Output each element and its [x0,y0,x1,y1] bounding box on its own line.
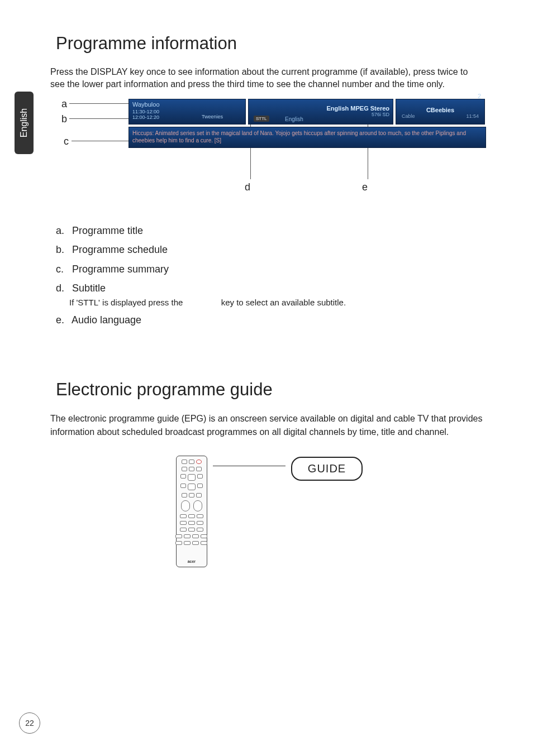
callout-line [213,466,285,466]
osd-summary-bar: Hiccups: Animated series set in the magi… [129,127,486,148]
osd-programme-title: Waybuloo [132,101,242,108]
remote-brand: acer [188,559,196,563]
epg-intro: The electronic programme guide (EPG) is … [50,412,483,439]
section-heading-epg: Electronic programme guide [56,380,483,400]
osd-time-now: 12:00-12:20 [132,114,242,120]
list-subnote: If 'STTL' is displayed press the key to … [69,295,483,310]
list-marker: c. [56,260,69,278]
list-subnote-before: If 'STTL' is displayed press the [69,298,183,307]
osd-time-prev: 11:30-12:00 [132,109,242,114]
list-marker: d. [56,279,69,297]
osd-channel-name: CBeebies [399,107,481,113]
list-marker: b. [56,241,69,259]
list-text: Programme schedule [72,244,168,255]
list-text: Subtitle [72,283,106,294]
callout-label-e: e [362,181,368,193]
osd-next-programme: Tweenies [202,114,223,119]
remote-control-icon: acer [176,456,207,567]
list-item: a. Programme title [56,222,483,240]
callout-line [69,103,129,104]
callout-label-c: c [64,136,69,147]
osd-source: Cable [402,113,415,119]
callout-label-a: a [61,98,67,110]
list-text: Audio language [72,314,141,326]
osd-tile-left: Waybuloo 11:30-12:00 12:00-12:20 Tweenie… [129,99,246,125]
osd-subtitle-language: English [285,116,303,122]
language-tab-label: English [19,108,29,137]
sttl-badge: STTL [254,116,269,122]
osd-video-mode: 576i SD [252,112,389,117]
osd-banner: Waybuloo 11:30-12:00 12:00-12:20 Tweenie… [129,99,486,148]
list-marker: a. [56,222,69,240]
osd-tile-mid: English MPEG Stereo 576i SD [248,99,393,125]
list-item: b. Programme schedule [56,241,483,259]
page-content: Programme information Press the DISPLAY … [0,0,533,584]
osd-tile-right: 2 CBeebies Cable 11:54 [396,99,485,125]
page-number: 22 [19,712,40,734]
osd-channel-number: 2 [478,93,481,99]
page-number-text: 22 [25,719,34,728]
programme-info-intro: Press the DISPLAY key once to see inform… [50,66,483,91]
osd-figure: a b c d e Waybuloo 11:30-12:00 12:00-12:… [56,99,483,210]
callout-list: a. Programme title b. Programme schedule… [56,222,483,329]
list-text: Programme summary [72,264,169,275]
callout-line [72,141,129,141]
osd-clock: 11:54 [466,113,479,119]
guide-key-label: GUIDE [291,457,363,481]
osd-summary-text: Hiccups: Animated series set in the magi… [132,130,466,144]
callout-label-d: d [245,181,250,193]
list-item: d. Subtitle If 'STTL' is displayed press… [56,279,483,310]
list-text: Programme title [72,225,143,236]
power-icon [196,460,202,464]
remote-figure: acer GUIDE [56,456,483,584]
list-subnote-after: key to select an available subtitle. [221,298,346,307]
callout-label-b: b [61,113,67,125]
section-heading-programme-info: Programme information [56,34,483,54]
osd-audio-label: English MPEG Stereo [252,105,389,112]
language-tab: English [15,92,34,154]
list-item: c. Programme summary [56,260,483,278]
callout-line [69,118,129,119]
list-item: e. Audio language [56,311,483,329]
list-marker: e. [56,311,69,329]
